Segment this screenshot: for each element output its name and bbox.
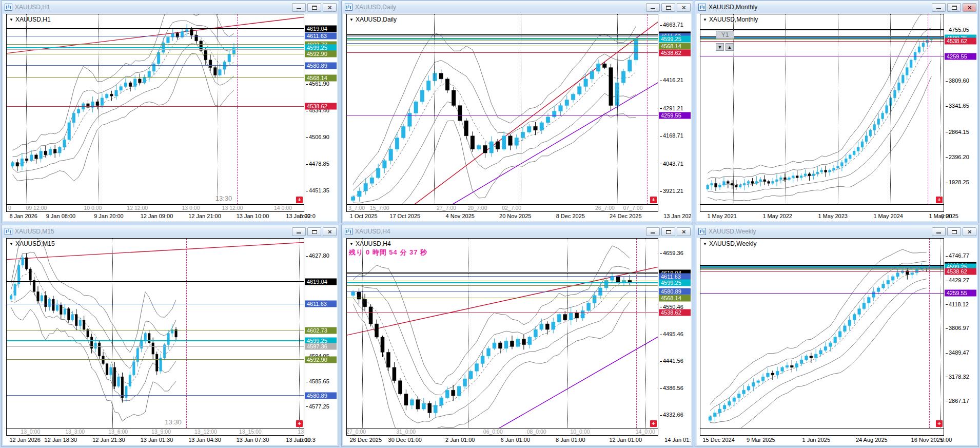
minimize-button[interactable] bbox=[292, 227, 306, 236]
time-axis[interactable]: 1 May 20211 May 20221 May 20231 May 2024… bbox=[700, 212, 977, 221]
price-axis[interactable]: 4659.364550.464495.464441.564386.564332.… bbox=[658, 238, 691, 436]
period-separator-vline bbox=[567, 239, 568, 428]
price-level-badge: 4592.90 bbox=[305, 356, 337, 363]
quick-trade-plus-button[interactable]: + bbox=[936, 197, 943, 203]
price-axis[interactable]: 4627.804594.054585.654577.254619.044611.… bbox=[304, 238, 337, 436]
restore-button[interactable] bbox=[307, 227, 321, 236]
time-axis[interactable]: 26 Dec 202530 Dec 01:002 Jan 01:006 Jan … bbox=[346, 436, 691, 445]
chart-plot-area[interactable]: ▼XAUUSD,Daily bbox=[347, 14, 658, 204]
window-titlebar[interactable]: XAUUSD,H1× bbox=[2, 1, 339, 13]
chart-symbol-label[interactable]: ▼XAUUSD,Weekly bbox=[703, 240, 756, 247]
window-titlebar[interactable]: XAUUSD,Monthly× bbox=[695, 1, 978, 13]
price-axis-tick: 4659.36 bbox=[660, 250, 683, 256]
secondary-time-label: 02_7:00 bbox=[502, 205, 521, 211]
close-button[interactable]: × bbox=[677, 3, 691, 12]
restore-button[interactable] bbox=[661, 3, 675, 12]
price-axis[interactable]: 4746.774429.274118.123806.973489.473178.… bbox=[944, 238, 977, 436]
price-level-line-4538.62 bbox=[347, 52, 658, 53]
chart-plot-frame[interactable]: ▼XAUUSD,Weekly+ bbox=[700, 238, 944, 436]
price-level-badge: 4538.62 bbox=[305, 103, 337, 110]
time-axis[interactable]: 8 Jan 20269 Jan 08:009 Jan 20:0012 Jan 0… bbox=[6, 212, 337, 221]
restore-button[interactable] bbox=[661, 227, 675, 236]
chart-client-area: ▼XAUUSD,Daily3_7:0015_7:0027_7:0020_7:00… bbox=[343, 14, 691, 221]
minimize-button[interactable] bbox=[292, 3, 306, 12]
time-axis[interactable]: 1 Oct 202517 Oct 20254 Nov 202520 Nov 20… bbox=[346, 212, 691, 221]
chart-symbol-text: XAUUSD,H1 bbox=[15, 16, 51, 23]
period-separator-vline bbox=[218, 14, 218, 204]
chart-symbol-label[interactable]: ▼XAUUSD,Daily bbox=[349, 16, 397, 23]
time-axis-label: 2 Jan 01:00 bbox=[445, 437, 475, 443]
restore-button[interactable] bbox=[947, 3, 961, 12]
chart-symbol-text: XAUUSD,Monthly bbox=[709, 16, 758, 23]
chart-plot-area[interactable]: ▼XAUUSD,Weekly bbox=[700, 239, 944, 428]
price-axis-tick: 4451.35 bbox=[306, 187, 329, 193]
price-level-line-4611.63 bbox=[7, 36, 304, 36]
chart-plot-frame[interactable]: ▼XAUUSD,MonthlyY1▼▲+ bbox=[700, 14, 944, 212]
price-axis-tick: 4663.71 bbox=[660, 22, 683, 28]
quick-trade-plus-button[interactable]: + bbox=[936, 420, 943, 427]
chart-plot-area[interactable]: 13:30▼XAUUSD,H1 bbox=[7, 14, 304, 204]
chart-plot-frame[interactable]: 13:30▼XAUUSD,H1009 12:0010 0:0012 12:001… bbox=[6, 14, 304, 212]
chart-plot-area[interactable]: ▼XAUUSD,H4残り 0 時間 54 分 37 秒 bbox=[347, 239, 658, 428]
time-axis[interactable]: 15 Dec 20249 Mar 20251 Jun 202524 Aug 20… bbox=[700, 436, 977, 445]
chart-plot-area[interactable]: ▼XAUUSD,MonthlyY1▼▲ bbox=[700, 14, 944, 204]
y1-scale-widget[interactable]: Y1 bbox=[716, 31, 734, 39]
close-button[interactable]: × bbox=[323, 227, 337, 236]
secondary-time-scale bbox=[700, 204, 944, 211]
chart-row: 13:30▼XAUUSD,H1009 12:0010 0:0012 12:001… bbox=[3, 14, 337, 212]
price-axis-tick: 4478.85 bbox=[306, 161, 329, 167]
price-axis-tick: 3806.97 bbox=[946, 325, 969, 331]
minimize-button[interactable] bbox=[932, 3, 946, 12]
time-axis-label: 8 Jan 01:00 bbox=[556, 437, 585, 443]
triangle-down-icon[interactable]: ▼ bbox=[716, 43, 724, 51]
time-axis[interactable]: 12 Jan 202612 Jan 18:3012 Jan 21:3013 Ja… bbox=[6, 436, 337, 445]
chart-symbol-label[interactable]: ▼XAUUSD,H4 bbox=[349, 240, 391, 247]
minimize-button[interactable] bbox=[646, 227, 660, 236]
window-titlebar[interactable]: XAUUSD,M15× bbox=[2, 225, 339, 238]
period-separator-vline bbox=[468, 239, 468, 428]
price-level-line-4619.04 bbox=[7, 28, 304, 29]
window-controls: × bbox=[932, 227, 976, 236]
minimize-button[interactable] bbox=[932, 227, 946, 236]
close-button[interactable]: × bbox=[963, 3, 976, 12]
restore-button[interactable] bbox=[307, 3, 321, 12]
triangle-up-icon[interactable]: ▲ bbox=[726, 43, 734, 51]
price-level-line-4568.14 bbox=[700, 269, 944, 270]
secondary-time-label: 13_3:00 bbox=[65, 428, 85, 435]
price-axis-tick: 4043.71 bbox=[660, 161, 683, 167]
price-axis-tick: 1928.25 bbox=[946, 179, 969, 185]
price-axis-tick: 4429.27 bbox=[946, 277, 969, 283]
quick-trade-plus-button[interactable]: + bbox=[296, 197, 303, 203]
period-separator-vline bbox=[940, 239, 941, 428]
price-level-badge: 4538.62 bbox=[945, 38, 976, 45]
close-button[interactable]: × bbox=[963, 227, 976, 236]
close-button[interactable]: × bbox=[323, 3, 337, 12]
price-level-line-4611.63 bbox=[347, 36, 658, 36]
chart-window-daily: XAUUSD,Daily×▼XAUUSD,Daily3_7:0015_7:002… bbox=[341, 1, 693, 223]
restore-icon bbox=[666, 6, 671, 10]
window-titlebar[interactable]: XAUUSD,Weekly× bbox=[695, 225, 978, 238]
close-button[interactable]: × bbox=[677, 227, 691, 236]
quick-trade-plus-button[interactable]: + bbox=[650, 420, 657, 427]
price-axis[interactable]: 4561.904534.404506.904478.854451.354619.… bbox=[304, 14, 337, 212]
time-axis-label: 8 Dec 2025 bbox=[556, 213, 585, 219]
time-axis-label: 13 Jan 01:30 bbox=[141, 437, 173, 443]
minimize-icon bbox=[651, 232, 655, 233]
price-axis[interactable]: 4755.053809.603341.652864.152396.201928.… bbox=[944, 14, 977, 212]
price-level-badge: 4592.90 bbox=[305, 51, 337, 57]
chart-plot-frame[interactable]: ▼XAUUSD,Daily3_7:0015_7:0027_7:0020_7:00… bbox=[346, 14, 658, 212]
chart-plot-frame[interactable]: ▼XAUUSD,H4残り 0 時間 54 分 37 秒27_0:0031_0:0… bbox=[346, 238, 658, 436]
chart-plot-frame[interactable]: 13:30▼XAUUSD,M1513_0:0013_3:0013_6:0013_… bbox=[6, 238, 304, 436]
window-titlebar[interactable]: XAUUSD,H4× bbox=[342, 225, 693, 238]
minimize-button[interactable] bbox=[646, 3, 660, 12]
price-axis[interactable]: 4663.714416.214291.214168.714043.713921.… bbox=[658, 14, 691, 212]
window-titlebar[interactable]: XAUUSD,Daily× bbox=[342, 1, 693, 13]
current-time-vline bbox=[929, 239, 930, 428]
chart-symbol-label[interactable]: ▼XAUUSD,M15 bbox=[9, 240, 55, 247]
chart-plot-area[interactable]: 13:30▼XAUUSD,M15 bbox=[7, 239, 304, 428]
restore-button[interactable] bbox=[947, 227, 961, 236]
quick-trade-plus-button[interactable]: + bbox=[650, 197, 657, 203]
chart-symbol-label[interactable]: ▼XAUUSD,H1 bbox=[9, 16, 51, 23]
chart-symbol-label[interactable]: ▼XAUUSD,Monthly bbox=[703, 16, 758, 23]
quick-trade-plus-button[interactable]: + bbox=[296, 420, 303, 427]
